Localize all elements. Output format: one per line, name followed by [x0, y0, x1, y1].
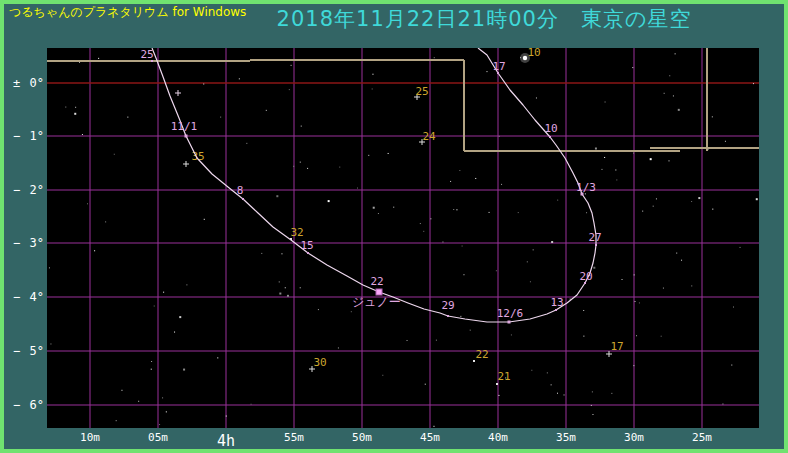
sky-chart[interactable]: 3532252410302221172511/18152912/61320271…: [0, 0, 788, 453]
star: [300, 162, 301, 163]
star: [50, 343, 51, 344]
path-date-label: 15: [300, 239, 313, 252]
star: [527, 261, 528, 262]
path-date-dot: [185, 135, 188, 138]
dec-axis-sign: −: [13, 183, 20, 197]
star: [622, 279, 623, 280]
path-date-dot: [595, 244, 597, 246]
star: [681, 260, 682, 261]
star: [226, 416, 227, 417]
star: [105, 221, 106, 222]
star: [287, 295, 289, 297]
star: [183, 369, 185, 371]
star: [281, 253, 282, 254]
star: [285, 287, 286, 288]
chart-background[interactable]: [47, 48, 759, 428]
star: [499, 136, 500, 137]
star: [712, 116, 713, 117]
star: [633, 365, 634, 366]
star: [203, 84, 204, 85]
star: [159, 424, 160, 425]
header-bar: つるちゃんのプラネタリウム for Windows 2018年11月22日21時…: [0, 0, 788, 44]
path-date-label: 10: [544, 122, 557, 135]
star: [656, 198, 657, 199]
star: [591, 405, 592, 406]
star: [635, 301, 636, 302]
star-number-label: 25: [415, 85, 428, 98]
star: [663, 288, 664, 289]
star: [601, 169, 602, 170]
star: [186, 284, 187, 285]
star: [74, 113, 76, 115]
star: [318, 309, 319, 310]
star: [676, 253, 677, 254]
star: [459, 170, 460, 171]
star: [712, 209, 713, 210]
path-date-dot: [447, 315, 449, 317]
star: [634, 274, 635, 275]
path-date-dot: [549, 136, 551, 138]
path-date-label: 27: [588, 231, 601, 244]
star: [393, 207, 394, 208]
star: [533, 249, 534, 250]
star: [239, 78, 240, 79]
star: [291, 65, 292, 66]
ra-axis-label: 40m: [488, 431, 508, 444]
star: [557, 200, 558, 201]
star: [462, 246, 463, 247]
star: [518, 212, 519, 213]
ra-axis-label: 05m: [148, 431, 168, 444]
star: [708, 149, 709, 150]
star: [127, 117, 128, 118]
star: [407, 340, 408, 341]
star: [372, 74, 373, 75]
star: [536, 97, 537, 98]
star: [595, 148, 597, 150]
star: [456, 209, 457, 210]
star: [174, 332, 175, 333]
dec-axis-sign: −: [13, 290, 20, 304]
star: [49, 267, 50, 268]
star: [246, 143, 247, 144]
star: [301, 126, 302, 127]
star: [740, 247, 741, 248]
star: [733, 307, 734, 308]
star: [511, 334, 512, 335]
star: [151, 369, 152, 370]
ra-axis-label: 4h: [217, 432, 235, 450]
star: [339, 167, 340, 168]
star: [450, 181, 451, 182]
star-number-label: 21: [497, 370, 510, 383]
star: [673, 95, 674, 96]
dec-axis-label: 6°: [30, 398, 44, 412]
star-number-label: 24: [422, 130, 436, 143]
star: [664, 93, 665, 94]
path-date-label: 11/1: [171, 120, 198, 133]
star: [611, 393, 612, 394]
star: [530, 281, 531, 282]
star: [217, 357, 218, 358]
path-date-label: 8: [237, 184, 244, 197]
dec-axis-sign: ±: [13, 76, 20, 90]
star-number-label: 30: [313, 356, 326, 369]
star: [632, 67, 633, 68]
star: [678, 109, 680, 111]
path-date-dot: [242, 198, 244, 200]
star: [382, 375, 383, 376]
star: [378, 213, 379, 214]
star: [698, 197, 700, 199]
current-date-label: 22: [370, 275, 383, 288]
star: [368, 155, 369, 156]
path-date-label: 12/6: [497, 307, 524, 320]
path-date-dot: [508, 321, 511, 324]
star: [94, 250, 95, 251]
star: [373, 207, 375, 209]
path-date-dot: [555, 309, 557, 311]
datetime-title: 2018年11月22日21時00分 東京の星空: [277, 7, 692, 31]
star: [586, 212, 587, 213]
star: [351, 311, 352, 312]
ra-axis-label: 50m: [352, 431, 372, 444]
app-title: つるちゃんのプラネタリウム for Windows: [9, 5, 246, 19]
star: [162, 397, 163, 398]
star: [753, 83, 754, 84]
